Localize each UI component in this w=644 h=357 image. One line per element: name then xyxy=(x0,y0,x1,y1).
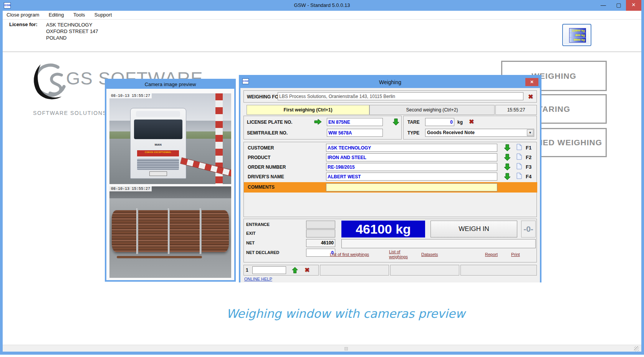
tare-input[interactable] xyxy=(425,118,454,126)
weight-display: 46100 kg xyxy=(341,221,425,237)
arrow-down-icon[interactable] xyxy=(503,163,511,171)
type-label: TYPE xyxy=(407,130,419,136)
window-border-right xyxy=(641,11,644,354)
delete-row-icon[interactable]: ✖ xyxy=(305,267,310,273)
fkey-label: F3 xyxy=(526,164,531,170)
window-title: GSW - Standard 5.0.0.13 xyxy=(0,0,644,11)
weighing-dialog: GSW Weighing ✕ WEIGHING FOR ✖ First weig… xyxy=(239,75,541,282)
driver-name-input[interactable] xyxy=(326,173,497,181)
dialog-close-button[interactable]: ✕ xyxy=(525,78,538,86)
customer-label: CUSTOMER xyxy=(248,145,274,151)
comments-row: COMMENTS xyxy=(244,182,537,193)
customer-input[interactable] xyxy=(326,144,497,152)
link-report[interactable]: Report xyxy=(485,252,498,257)
tare-type-panel: TARE kg ✖ TYPE Goods Received Note ▾ xyxy=(403,116,537,139)
arrow-up-icon[interactable] xyxy=(291,266,298,274)
bottom-cell-1 xyxy=(320,265,389,276)
weighing-time: 15:55:27 xyxy=(495,105,537,115)
close-button[interactable]: ✕ xyxy=(626,0,641,11)
license-label: License for: xyxy=(9,22,38,27)
camera-window-body: MAN CONVOI EXCEPTIONNEL 08-10-13 15:55:2… xyxy=(106,89,234,280)
order-number-input[interactable] xyxy=(326,163,497,171)
online-help-link[interactable]: ONLINE HELP xyxy=(244,277,272,281)
exit-field xyxy=(306,229,335,237)
bottom-cell-2 xyxy=(390,265,459,276)
main-titlebar[interactable]: GSW GSW - Standard 5.0.0.13 — ▢ ✕ xyxy=(0,0,644,11)
link-print[interactable]: Print xyxy=(511,252,520,257)
link-datasets[interactable]: Datasets xyxy=(421,252,438,257)
document-icon[interactable] xyxy=(517,163,522,169)
app-window: GSW GSW - Standard 5.0.0.13 — ▢ ✕ Close … xyxy=(0,0,644,357)
steel-rod-bundle xyxy=(112,210,228,252)
maximize-button[interactable]: ▢ xyxy=(611,0,626,11)
page-caption: Weighing window with cameras preview xyxy=(161,307,530,320)
resize-grip-icon[interactable] xyxy=(634,346,639,351)
camera-window-title: Camera image preview xyxy=(106,80,234,89)
scale-row-1: 12800 kg xyxy=(570,28,586,33)
tare-unit: kg xyxy=(457,120,463,125)
divider xyxy=(3,51,641,52)
product-input[interactable] xyxy=(326,153,497,161)
comments-label: COMMENTS xyxy=(248,184,275,190)
close-icon: ✕ xyxy=(530,80,533,84)
bottom-cell-3 xyxy=(460,265,537,276)
document-icon[interactable] xyxy=(517,173,522,179)
arrow-down-icon[interactable] xyxy=(392,118,400,126)
license-line-company: ASK TECHNOLOGY xyxy=(46,22,98,28)
weighing-dialog-body: WEIGHING FOR ✖ First weighing (Ctrl+1) S… xyxy=(240,88,540,282)
arrow-down-icon[interactable] xyxy=(503,144,511,152)
tab-first-weighing[interactable]: First weighing (Ctrl+1) xyxy=(247,105,369,115)
license-area: License for: ASK TECHNOLOGY OXFORD STREE… xyxy=(3,20,641,51)
camera-window-titlebar[interactable]: Camera image preview xyxy=(106,80,234,89)
truck-windshield xyxy=(134,120,183,139)
weighing-dialog-titlebar[interactable]: GSW Weighing ✕ xyxy=(240,76,540,88)
license-line-street: OXFORD STREET 147 xyxy=(46,28,98,35)
fkey-label: F1 xyxy=(526,145,531,151)
semitrailer-input[interactable] xyxy=(327,129,383,137)
semitrailer-label: SEMITRAILER NO. xyxy=(247,130,288,136)
document-icon[interactable] xyxy=(517,153,522,160)
link-list-first-weighings[interactable]: List of first weighings xyxy=(330,252,369,257)
entrance-field xyxy=(306,221,335,229)
weighing-display-toolbar-button[interactable]: 12800 kg 800 kg 9500 kg xyxy=(562,24,591,46)
document-icon[interactable] xyxy=(517,144,522,150)
order-number-label: ORDER NUMBER xyxy=(248,164,286,170)
menu-close-program[interactable]: Close program xyxy=(3,11,43,19)
arrow-down-icon[interactable] xyxy=(503,153,511,161)
menu-editing[interactable]: Editing xyxy=(45,11,68,19)
arrow-down-icon[interactable] xyxy=(503,173,511,181)
comments-input[interactable] xyxy=(326,183,497,191)
status-bar xyxy=(3,345,641,352)
clear-tare-icon[interactable]: ✖ xyxy=(469,119,474,125)
camera2-timestamp: 08-10-13 15:55:27 xyxy=(109,186,152,191)
arrow-right-icon xyxy=(314,118,322,125)
chevron-down-icon[interactable]: ▾ xyxy=(527,130,533,136)
weigh-in-button[interactable]: WEIGH IN xyxy=(430,221,517,237)
link-list-of-weighings[interactable]: List of weighings xyxy=(389,249,414,259)
window-border-left xyxy=(0,11,3,354)
camera-preview-window: Camera image preview MAN CONVOI EXCEPTIO… xyxy=(105,79,236,282)
license-plate-input[interactable] xyxy=(327,118,383,126)
camera1-timestamp: 08-10-13 15:55:27 xyxy=(109,93,152,98)
product-label: PRODUCT xyxy=(248,155,270,160)
weighing-dialog-title: Weighing xyxy=(240,76,540,88)
scale-row-2: 800 kg xyxy=(570,33,586,38)
fkey-label: F2 xyxy=(526,154,531,160)
tab-second-weighing[interactable]: Second weighing (Ctrl+2) xyxy=(369,105,495,115)
order-panel: CUSTOMER F1 PRODUCT F2 ORDER NUMBER xyxy=(243,142,537,217)
menu-support[interactable]: Support xyxy=(91,11,116,19)
weighing-for-input[interactable] xyxy=(278,92,523,100)
truck-brand-badge: MAN xyxy=(152,143,165,149)
entrance-label: ENTRANCE xyxy=(246,222,270,227)
row-number: 1 xyxy=(246,267,248,273)
net-field: 46100 xyxy=(306,239,335,247)
type-select[interactable]: Goods Received Note ▾ xyxy=(425,129,534,137)
weight-note-field[interactable] xyxy=(341,239,536,248)
scale-row-3: 9500 kg xyxy=(570,38,586,42)
minimize-button[interactable]: — xyxy=(596,0,611,11)
clear-weighing-for-icon[interactable]: ✖ xyxy=(528,94,533,100)
row-input[interactable] xyxy=(252,266,286,274)
menu-tools[interactable]: Tools xyxy=(70,11,89,19)
weighing-for-group: WEIGHING FOR ✖ xyxy=(243,90,537,103)
bundle-strap xyxy=(200,208,202,254)
